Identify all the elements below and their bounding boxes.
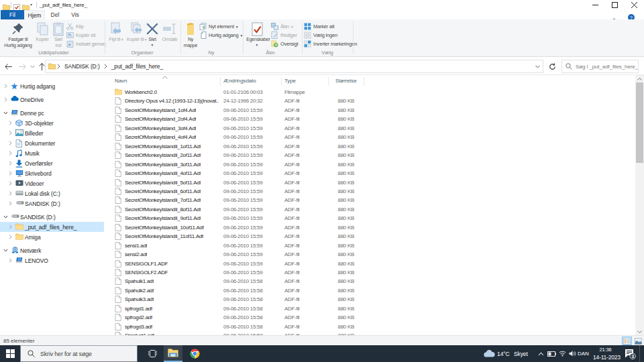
sidebar-item-sandisk-d[interactable]: SANDISK (D:) [0,198,104,208]
expanded-chevron-icon[interactable] [3,111,8,115]
properties-dropdown[interactable]: ▾ [246,43,268,47]
wifi-icon[interactable] [557,345,567,362]
file-row-directory-opus-v4-12-1993-12-13-inovat[interactable]: Directory Opus v4.12 (1993-12-13)(Inovat… [109,97,635,105]
sidebar-item-amiga[interactable]: Amiga [0,232,104,242]
file-row-secretofmonkeyislandii-5of11-adf[interactable]: SecretOfMonkeyIslandIi_5of11.Adf09-06-20… [109,178,635,187]
paste-button[interactable]: Sæt ind [51,21,66,48]
column-separator-3[interactable] [328,77,329,86]
open-button[interactable]: Åbn▾ [271,22,292,31]
maximize-button[interactable] [605,0,625,9]
forward-button[interactable] [17,60,28,72]
scroll-down-arrow[interactable] [635,328,644,335]
vertical-scrollbar[interactable] [635,75,644,335]
close-button[interactable] [625,0,644,9]
file-row-secretofmonkeyislandii-11of11-adf[interactable]: SecretOfMonkeyIslandIi_11of11.Adf09-06-2… [109,232,635,241]
sidebar-item-3d-objekter[interactable]: 3D-objekter [0,118,104,128]
recent-locations-dropdown[interactable] [28,60,36,72]
speaker-icon[interactable] [568,345,577,362]
collapsed-chevron-icon[interactable] [3,97,8,102]
qat-properties-button[interactable] [13,1,20,8]
address-dropdown[interactable] [533,60,542,72]
file-row-sensi2-adf[interactable]: sensi2.adf09-06-2010 15:59ADF-fil880 KB [109,250,635,259]
rename-button[interactable]: Omdøb [160,21,180,43]
file-row-secretofmonkeyislandii-4of11-adf[interactable]: SecretOfMonkeyIslandIi_4of11.Adf09-06-20… [109,169,635,178]
language-indicator[interactable]: DAN [578,345,589,362]
sidebar-item-denne-pc[interactable]: Denne pc [0,108,104,118]
sidebar-item-lokal-disk-c[interactable]: Lokal disk (C:) [0,188,104,198]
address-box[interactable]: SANDISK (D:) _put_adf_files_here_ [45,60,543,73]
collapsed-chevron-icon[interactable] [8,191,13,196]
file-row-secretofmonkeyislandii-3of11-adf[interactable]: SecretOfMonkeyIslandIi_3of11.Adf09-06-20… [109,160,635,169]
file-row-spfrogd2-adf[interactable]: spfrogd2.adf09-06-2010 15:58ADF-fil880 K… [109,313,635,322]
sidebar-item-put-adf-files-here[interactable]: _put_adf_files_here_ [0,222,104,232]
copy-path-button[interactable]: Kopiér sti [66,31,95,40]
invert-selection-button[interactable]: Inverter markeringen [304,40,357,48]
column-separator-4[interactable] [364,77,364,86]
collapsed-chevron-icon[interactable] [8,151,13,156]
tab-home[interactable]: Hjem [24,10,45,19]
file-row-workbench2-0[interactable]: Workbench2.001-01-2106 00:03Filmappe [109,88,635,97]
properties-button[interactable]: Egenskaber ▾ [246,21,268,47]
breadcrumb-chevron-2[interactable] [103,64,109,69]
file-row-spahulk1-adf[interactable]: Spahulk1.adf09-06-2010 15:58ADF-fil880 K… [109,277,635,286]
refresh-button[interactable] [547,60,557,72]
sidebar-item-hurtig-adgang[interactable]: Hurtig adgang [0,81,104,91]
breadcrumb-drive[interactable]: SANDISK (D:) [62,63,103,70]
collapsed-chevron-icon[interactable] [8,141,13,145]
file-row-secretofmonkeyislandii-2of11-adf[interactable]: SecretOfMonkeyIslandIi_2of11.Adf09-06-20… [109,151,635,160]
collapsed-chevron-icon[interactable] [8,161,13,166]
taskbar-explorer-button[interactable] [164,345,182,362]
search-box[interactable]: Søg i _put_adf_files_here_ [561,60,639,73]
collapsed-chevron-icon[interactable] [8,258,13,263]
qat-customize-dropdown[interactable]: ▾ [30,3,35,7]
column-header-size[interactable]: Størrelse [335,75,376,87]
file-row-secretofmonkeyislandii-10of11-adf[interactable]: SecretOfMonkeyIslandIi_10of11.Adf09-06-2… [109,223,635,232]
scroll-up-arrow[interactable] [635,75,644,82]
expanded-chevron-icon[interactable] [3,248,8,253]
thumbnails-view-button[interactable] [633,337,643,345]
sidebar-item-musik[interactable]: Musik [0,148,104,158]
file-row-secretofmonkeyislandii-8of11-adf[interactable]: SecretOfMonkeyIslandIi_8of11.Adf09-06-20… [109,205,635,214]
history-button[interactable]: Oversigt [271,40,298,48]
breadcrumb-chevron-1[interactable] [56,64,62,69]
sidebar-item-onedrive[interactable]: OneDrive [0,95,104,105]
details-view-button[interactable] [622,337,632,345]
column-header-type[interactable]: Type [284,75,325,87]
minimize-button[interactable] [586,0,605,9]
file-row-secretofmonkeyislandii-6of11-adf[interactable]: SecretOfMonkeyIslandIi_6of11.Adf09-06-20… [109,187,635,196]
delete-dropdown[interactable]: ▾ [145,43,160,47]
file-row-sensigolf2-adf[interactable]: SENSIGOLF2.ADF09-06-2010 15:59ADF-fil880… [109,268,635,277]
sidebar-item-lenovo[interactable]: LENOVO [0,255,104,265]
new-folder-button[interactable]: Ny mappe [182,21,199,48]
weather-condition[interactable]: Skyet [514,345,528,362]
breadcrumb-folder[interactable]: _put_adf_files_here_ [109,63,166,70]
collapsed-chevron-icon[interactable] [8,121,13,125]
file-row-sensi1-adf[interactable]: sensi1.adf09-06-2010 15:59ADF-fil880 KB [109,241,635,250]
show-desktop-button[interactable] [639,345,644,362]
sidebar-item-overf-rsler[interactable]: Overførsler [0,158,104,168]
file-row-secretofmonkeyisland-4of4-adf[interactable]: SecretOfMonkeyIsland_4of4.Adf09-06-2010 … [109,133,635,141]
sidebar-item-videoer[interactable]: Videoer [0,178,104,188]
copy-button[interactable]: Kopiér [34,21,51,43]
file-row-secretofmonkeyisland-3of4-adf[interactable]: SecretOfMonkeyIsland_3of4.Adf09-06-2010 … [109,124,635,133]
sidebar-item-sandisk-d[interactable]: SANDISK (D:) [0,212,104,222]
scrollbar-thumb[interactable] [636,82,643,163]
tab-share[interactable]: Del [45,10,65,19]
select-all-button[interactable]: Markér alt [304,22,334,31]
task-view-button[interactable] [144,345,161,362]
column-header-date[interactable]: Ændringsdato [223,75,277,87]
select-none-button[interactable]: Vælg ingen [304,31,337,40]
collapsed-chevron-icon[interactable] [8,131,13,135]
file-row-spahulk2-adf[interactable]: Spahulk2.adf09-06-2010 15:58ADF-fil880 K… [109,286,635,295]
move-to-button[interactable]: Flyt til ▾ [107,21,125,43]
clock[interactable]: 21:36 14-11-2023 [593,347,618,361]
weather-icon[interactable] [482,345,496,362]
copy-to-button[interactable]: Kopiér til ▾ [126,21,146,43]
edit-button[interactable]: Rediger [271,31,297,40]
tray-chevron-icon[interactable] [536,345,545,362]
help-icon[interactable]: ? [628,11,635,19]
taskbar-chrome-button[interactable] [185,345,204,362]
new-item-button[interactable]: Nyt element▾ [199,22,237,31]
collapsed-chevron-icon[interactable] [8,201,13,206]
paste-shortcut-button[interactable]: Indsæt genvej [66,40,106,48]
